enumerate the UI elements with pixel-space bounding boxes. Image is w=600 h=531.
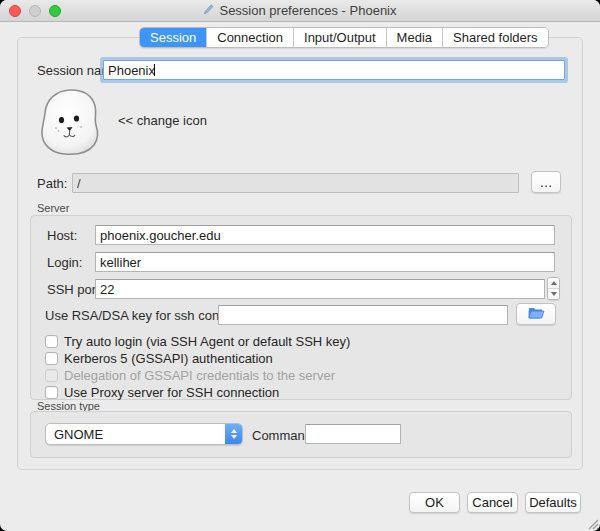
traffic-lights xyxy=(9,5,61,17)
path-browse-button[interactable]: … xyxy=(531,171,561,193)
screenshot-stage: Session preferences - Phoenix Session Co… xyxy=(0,0,600,531)
checkbox-row-proxy: Use Proxy server for SSH connection xyxy=(45,385,279,399)
tab-connection[interactable]: Connection xyxy=(207,28,294,47)
stepper-up-button[interactable] xyxy=(548,278,559,288)
text-cursor xyxy=(154,64,155,76)
command-input[interactable] xyxy=(305,424,401,444)
path-label: Path: xyxy=(37,176,67,191)
gssapi-delegation-label: Delegation of GSSAPI credentials to the … xyxy=(64,369,335,382)
popup-arrows-icon xyxy=(225,424,242,444)
ssh-port-stepper xyxy=(547,277,560,300)
proxy-checkbox[interactable] xyxy=(45,386,58,399)
defaults-button[interactable]: Defaults xyxy=(525,492,581,513)
server-group-label: Server xyxy=(37,202,69,214)
session-name-input[interactable] xyxy=(103,60,565,80)
rsa-key-browse-button[interactable] xyxy=(516,303,556,325)
tab-session[interactable]: Session xyxy=(140,28,207,47)
login-input[interactable] xyxy=(95,252,555,272)
ssh-port-input[interactable] xyxy=(95,279,545,299)
titlebar-app-icon xyxy=(203,2,214,20)
change-icon-label[interactable]: << change icon xyxy=(118,113,207,128)
tab-input-output[interactable]: Input/Output xyxy=(294,28,387,47)
session-type-select[interactable]: GNOME xyxy=(45,423,243,445)
rsa-key-input[interactable] xyxy=(218,305,508,325)
checkbox-row-kerberos: Kerberos 5 (GSSAPI) authentication xyxy=(45,351,273,365)
login-label: Login: xyxy=(47,255,82,270)
checkbox-row-gssapi-delegation: Delegation of GSSAPI credentials to the … xyxy=(45,368,335,382)
stepper-down-button[interactable] xyxy=(548,288,559,299)
checkbox-row-auto-login: Try auto login (via SSH Agent or default… xyxy=(45,334,350,348)
kerberos-checkbox[interactable] xyxy=(45,352,58,365)
ok-button[interactable]: OK xyxy=(409,492,460,513)
host-input[interactable] xyxy=(95,225,555,245)
open-folder-icon xyxy=(528,306,545,322)
session-icon-seal[interactable] xyxy=(38,87,104,157)
session-preferences-window: Session preferences - Phoenix Session Co… xyxy=(0,0,600,531)
tab-media[interactable]: Media xyxy=(387,28,443,47)
path-input xyxy=(72,173,519,193)
gssapi-delegation-checkbox xyxy=(45,369,58,382)
cancel-button[interactable]: Cancel xyxy=(467,492,518,513)
kerberos-label: Kerberos 5 (GSSAPI) authentication xyxy=(64,352,273,365)
tab-shared-folders[interactable]: Shared folders xyxy=(443,28,548,47)
chevron-up-icon xyxy=(551,281,557,285)
auto-login-checkbox[interactable] xyxy=(45,335,58,348)
zoom-button[interactable] xyxy=(49,5,61,17)
auto-login-label: Try auto login (via SSH Agent or default… xyxy=(64,335,350,348)
tab-bar: Session Connection Input/Output Media Sh… xyxy=(139,27,549,48)
host-label: Host: xyxy=(47,228,77,243)
window-title: Session preferences - Phoenix xyxy=(219,3,396,18)
chevron-down-icon xyxy=(551,292,557,296)
session-type-selected-value: GNOME xyxy=(46,427,225,442)
proxy-label: Use Proxy server for SSH connection xyxy=(64,386,279,399)
minimize-button xyxy=(29,5,41,17)
close-button[interactable] xyxy=(9,5,21,17)
resize-grip[interactable] xyxy=(585,516,599,530)
titlebar: Session preferences - Phoenix xyxy=(0,0,600,22)
